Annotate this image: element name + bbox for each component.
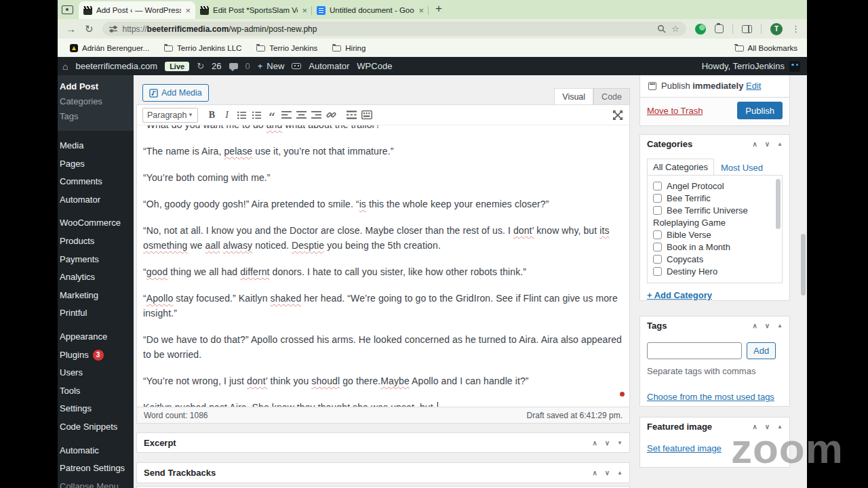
list-scrollbar[interactable]: [776, 179, 781, 229]
bullet-list-button[interactable]: [235, 108, 248, 122]
grammar-indicator-dot[interactable]: [620, 392, 625, 396]
numbered-list-button[interactable]: [250, 108, 263, 122]
submenu-item[interactable]: Categories: [58, 94, 134, 109]
extension-green-icon[interactable]: [695, 24, 706, 35]
bookmark-star-icon[interactable]: ☆: [671, 24, 679, 34]
category-checkbox[interactable]: [653, 243, 662, 251]
category-checklist[interactable]: Angel ProtocolBee TerrificBee Terrific U…: [647, 175, 783, 283]
toolbar-toggle-button[interactable]: [360, 108, 373, 122]
browser-tab[interactable]: Untitled document - Google D ×: [312, 1, 429, 19]
category-item[interactable]: Angel Protocol: [653, 180, 776, 192]
add-tag-button[interactable]: Add: [747, 342, 776, 359]
admin-menu-item[interactable]: Patreon Settings: [58, 460, 134, 478]
category-checkbox[interactable]: [653, 194, 662, 203]
align-left-button[interactable]: [280, 108, 293, 122]
zoom-level-icon[interactable]: [657, 24, 666, 33]
align-center-button[interactable]: [295, 108, 308, 122]
move-up-icon[interactable]: ∧: [752, 322, 757, 329]
italic-button[interactable]: I: [220, 108, 233, 122]
set-featured-image-link[interactable]: Set featured image: [647, 443, 722, 453]
fullscreen-button[interactable]: [611, 108, 624, 122]
account-menu[interactable]: Howdy, TerrioJenkins: [702, 61, 800, 72]
bookmark-item[interactable]: Terrio Jenkins: [256, 44, 317, 52]
link-button[interactable]: [325, 108, 338, 122]
admin-menu-item[interactable]: Marketing: [58, 287, 134, 305]
admin-menu-item[interactable]: Products: [58, 232, 134, 251]
updates-icon[interactable]: ↻: [197, 61, 204, 71]
trackbacks-header[interactable]: Send Trackbacks ∧∨▲: [137, 463, 629, 482]
site-name[interactable]: beeterrificmedia.com: [75, 61, 157, 71]
admin-menu-item[interactable]: Payments: [58, 251, 134, 269]
category-checkbox[interactable]: [653, 267, 662, 276]
admin-menu-item[interactable]: Pages: [58, 155, 134, 174]
admin-menu-item[interactable]: Code Snippets: [58, 418, 134, 436]
bold-button[interactable]: B: [205, 108, 218, 122]
categories-header[interactable]: Categories ∧∨▲: [640, 135, 789, 153]
move-up-icon[interactable]: ∧: [592, 469, 597, 476]
comments-count[interactable]: 0: [245, 61, 250, 71]
tab-close-icon[interactable]: ×: [185, 5, 191, 16]
comments-icon[interactable]: [229, 63, 238, 69]
tags-header[interactable]: Tags ∧∨▲: [640, 317, 789, 335]
move-to-trash-link[interactable]: Move to Trash: [647, 106, 703, 116]
new-tag-input[interactable]: [647, 342, 742, 359]
toggle-panel-icon[interactable]: ▲: [777, 323, 783, 329]
bookmark-item[interactable]: Adrián Berenguer...: [70, 44, 149, 52]
tab-most-used[interactable]: Most Used: [714, 160, 770, 176]
toggle-panel-icon[interactable]: ▲: [617, 470, 623, 476]
move-up-icon[interactable]: ∧: [592, 439, 597, 447]
screen-share-icon[interactable]: [62, 5, 73, 14]
add-category-link[interactable]: + Add Category: [647, 290, 712, 300]
move-down-icon[interactable]: ∨: [765, 322, 770, 329]
category-item[interactable]: Destiny Hero: [653, 266, 776, 278]
read-more-button[interactable]: [345, 108, 358, 122]
admin-menu-item[interactable]: Printful: [58, 304, 134, 323]
submenu-item[interactable]: Add Post: [58, 79, 134, 94]
bookmark-item[interactable]: Hiring: [332, 44, 366, 52]
category-checkbox[interactable]: [653, 182, 662, 190]
browser-tab[interactable]: Add Post ‹ — WordPress ×: [79, 1, 195, 19]
align-right-button[interactable]: [310, 108, 323, 122]
admin-menu-item[interactable]: Media: [58, 137, 134, 155]
add-media-button[interactable]: Add Media: [142, 84, 209, 102]
category-checkbox[interactable]: [653, 206, 662, 215]
automator-menu[interactable]: Automator: [309, 61, 349, 71]
tab-all-categories[interactable]: All Categories: [647, 159, 714, 176]
category-checkbox[interactable]: [653, 230, 662, 239]
toggle-panel-icon[interactable]: ▼: [617, 440, 623, 446]
edit-schedule-link[interactable]: Edit: [746, 81, 761, 91]
tab-visual[interactable]: Visual: [554, 88, 593, 105]
bookmark-item[interactable]: Terrio Jenkins LLC: [164, 44, 241, 52]
admin-menu-item[interactable]: Appearance: [58, 328, 134, 346]
address-bar[interactable]: https://beeterrificmedia.com/wp-admin/po…: [102, 22, 686, 36]
post-content-area[interactable]: “What do you want me to do and what abou…: [137, 125, 629, 407]
browser-menu-icon[interactable]: ⋮: [791, 24, 800, 34]
publish-button[interactable]: Publish: [737, 102, 783, 119]
admin-menu-item[interactable]: Collapse Menu: [58, 478, 134, 488]
admin-menu-item[interactable]: Automatic: [58, 442, 134, 460]
excerpt-header[interactable]: Excerpt ∧∨▼: [137, 433, 629, 452]
page-scrollbar[interactable]: [801, 234, 806, 296]
move-down-icon[interactable]: ∨: [765, 140, 770, 148]
side-panel-icon[interactable]: [742, 25, 752, 33]
updates-count[interactable]: 26: [212, 61, 221, 71]
category-item[interactable]: Bee Terrific: [653, 192, 776, 205]
tab-code[interactable]: Code: [593, 88, 630, 105]
admin-menu-item[interactable]: Tools: [58, 382, 134, 401]
toggle-panel-icon[interactable]: ▲: [777, 141, 783, 147]
choose-tags-link[interactable]: Choose from the most used tags: [647, 392, 774, 402]
extension-clipboard-icon[interactable]: [715, 24, 724, 33]
tab-close-icon[interactable]: ×: [302, 5, 307, 16]
admin-menu-item[interactable]: Automator: [58, 191, 134, 209]
category-item[interactable]: Book in a Month: [653, 241, 776, 253]
admin-menu-item[interactable]: Comments: [58, 173, 134, 191]
move-up-icon[interactable]: ∧: [752, 140, 757, 148]
home-icon[interactable]: ⌂: [62, 61, 68, 72]
category-item[interactable]: Copycats: [653, 253, 776, 266]
new-menu[interactable]: +New: [258, 61, 285, 71]
submenu-item[interactable]: Tags: [58, 109, 134, 124]
admin-menu-item[interactable]: Users: [58, 364, 134, 382]
tab-close-icon[interactable]: ×: [418, 5, 424, 16]
all-bookmarks-button[interactable]: All Bookmarks: [735, 44, 798, 52]
move-down-icon[interactable]: ∨: [605, 469, 610, 476]
